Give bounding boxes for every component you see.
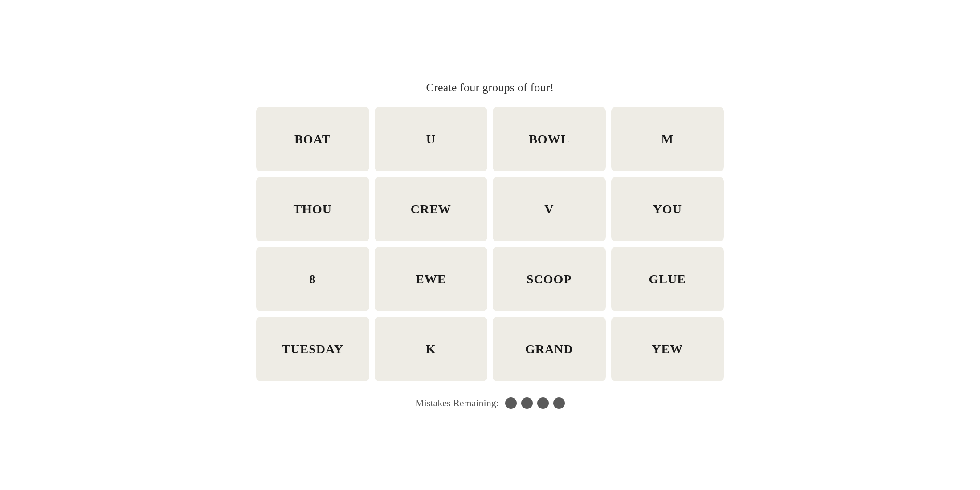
tile-label-grand: GRAND [525, 342, 573, 356]
tile-grid: BOATUBOWLMTHOUCREWVYOU8EWESCOOPGLUETUESD… [256, 107, 724, 381]
mistake-dot-3 [537, 397, 549, 409]
tile-thou[interactable]: THOU [256, 177, 369, 241]
tile-8[interactable]: 8 [256, 247, 369, 311]
subtitle: Create four groups of four! [426, 81, 554, 94]
game-container: Create four groups of four! BOATUBOWLMTH… [245, 81, 735, 409]
tile-label-8: 8 [309, 272, 316, 286]
tile-yew[interactable]: YEW [611, 317, 724, 381]
mistake-dot-4 [553, 397, 565, 409]
tile-label-bowl: BOWL [529, 132, 569, 147]
tile-label-you: YOU [653, 202, 682, 216]
tile-label-boat: BOAT [294, 132, 331, 147]
tile-label-m: M [662, 132, 674, 147]
tile-glue[interactable]: GLUE [611, 247, 724, 311]
tile-u[interactable]: U [375, 107, 488, 172]
tile-bowl[interactable]: BOWL [493, 107, 606, 172]
tile-grand[interactable]: GRAND [493, 317, 606, 381]
mistakes-row: Mistakes Remaining: [415, 397, 565, 409]
tile-scoop[interactable]: SCOOP [493, 247, 606, 311]
tile-label-crew: CREW [411, 202, 451, 216]
tile-you[interactable]: YOU [611, 177, 724, 241]
mistakes-label: Mistakes Remaining: [415, 397, 499, 409]
tile-label-u: U [426, 132, 436, 147]
tile-label-glue: GLUE [649, 272, 686, 286]
tile-label-yew: YEW [652, 342, 683, 356]
dots-container [505, 397, 565, 409]
tile-label-v: V [544, 202, 554, 216]
tile-label-scoop: SCOOP [527, 272, 572, 286]
tile-v[interactable]: V [493, 177, 606, 241]
mistake-dot-1 [505, 397, 517, 409]
tile-ewe[interactable]: EWE [375, 247, 488, 311]
tile-label-tuesday: TUESDAY [282, 342, 343, 356]
tile-m[interactable]: M [611, 107, 724, 172]
tile-boat[interactable]: BOAT [256, 107, 369, 172]
tile-label-thou: THOU [294, 202, 332, 216]
tile-k[interactable]: K [375, 317, 488, 381]
mistake-dot-2 [521, 397, 533, 409]
tile-tuesday[interactable]: TUESDAY [256, 317, 369, 381]
tile-label-ewe: EWE [416, 272, 446, 286]
tile-label-k: K [426, 342, 436, 356]
tile-crew[interactable]: CREW [375, 177, 488, 241]
